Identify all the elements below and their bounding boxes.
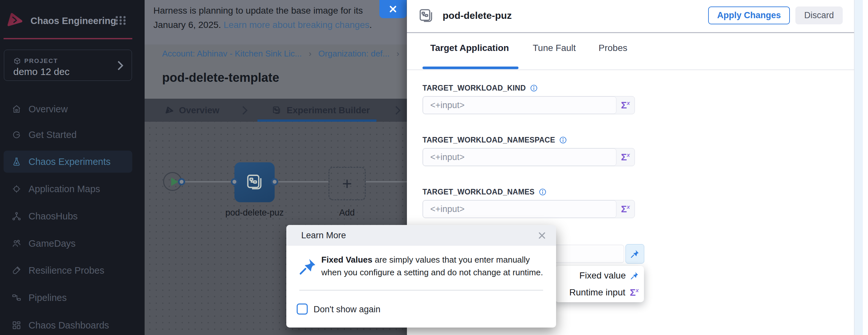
field-label-target-workload-namespace: TARGET_WORKLOAD_NAMESPACE [423, 136, 555, 144]
apply-changes-button[interactable]: Apply Changes [708, 6, 790, 24]
pin-icon [630, 249, 640, 258]
tab-experiment-builder-label: Experiment Builder [287, 105, 370, 116]
popup-header: Learn More [286, 225, 556, 246]
sidebar-item-chaoshubs[interactable]: ChaosHubs [4, 205, 132, 227]
fault-node-label: pod-delete-puz [225, 208, 284, 218]
page-title: pod-delete-template [162, 71, 279, 85]
header-divider [407, 32, 855, 33]
menu-item-runtime-input[interactable]: Runtime input Σx [555, 284, 644, 301]
flask-icon [12, 157, 22, 167]
input-field: <+input> [423, 200, 616, 218]
experiment-icon [417, 7, 435, 25]
panel-scrollbar[interactable] [855, 0, 863, 335]
sidebar-item-gamedays[interactable]: GameDays [4, 232, 132, 254]
pin-icon [299, 257, 317, 276]
breadcrumb-separator: › [309, 49, 312, 58]
tab-probes[interactable]: Probes [598, 43, 627, 53]
fixed-value-toggle-button[interactable] [625, 244, 644, 263]
tab-overview[interactable]: Overview [165, 99, 219, 122]
add-node-button[interactable]: + [329, 167, 366, 200]
close-icon [389, 5, 397, 13]
input-target-workload-kind[interactable]: <+input> Σx [423, 96, 635, 114]
sidebar: Chaos Engineering PROJECT demo 12 dec Ov… [0, 0, 145, 335]
harness-logo-icon [165, 106, 174, 115]
chaos-engineering-app: Chaos Engineering PROJECT demo 12 dec Ov… [0, 0, 868, 335]
runtime-sigma-icon: Σx [621, 151, 630, 163]
sidebar-item-label: Resilience Probes [29, 265, 104, 276]
chevron-right-icon [117, 60, 124, 71]
announcement-banner: Harness is planning to update the base i… [145, 0, 407, 45]
start-node-out-port[interactable] [178, 178, 185, 185]
fault-node-pod-delete-puz[interactable] [235, 162, 275, 202]
field-label-row: TARGET_WORKLOAD_KIND [423, 84, 538, 92]
input-field: <+input> [423, 96, 616, 114]
field-label-row: TARGET_WORKLOAD_NAMES [423, 188, 547, 196]
chevron-right-icon [242, 106, 248, 115]
banner-text-line2: January 6, 2025. Learn more about breaki… [153, 20, 372, 30]
sidebar-item-pipelines[interactable]: Pipelines [4, 287, 132, 309]
breadcrumb-account[interactable]: Account: Abhinav - Kitchen Sink Lic... [162, 49, 302, 58]
module-accent-rule [4, 38, 132, 39]
fault-node-out-port[interactable] [271, 178, 278, 185]
sidebar-item-label: Chaos Dashboards [29, 320, 109, 331]
popup-body-text: Fixed Values are simply values that you … [321, 253, 546, 279]
test-tube-icon [12, 266, 22, 275]
field-label-target-workload-names: TARGET_WORKLOAD_NAMES [423, 188, 535, 196]
sidebar-item-chaos-experiments[interactable]: Chaos Experiments [4, 150, 132, 173]
people-icon [12, 239, 22, 248]
runtime-input-toggle[interactable]: Σx [616, 148, 634, 166]
home-icon [12, 104, 22, 114]
project-selector[interactable]: PROJECT demo 12 dec [4, 50, 132, 81]
banner-text-line1: Harness is planning to update the base i… [153, 5, 393, 16]
banner-close-button[interactable] [379, 0, 407, 18]
get-started-icon [12, 130, 22, 140]
runtime-input-toggle[interactable]: Σx [616, 200, 634, 218]
input-target-workload-namespace[interactable]: <+input> Σx [423, 148, 635, 166]
fault-node-in-port[interactable] [231, 178, 238, 185]
pipeline-icon [12, 293, 22, 303]
module-grid-icon[interactable] [115, 16, 126, 25]
input-value: <+input> [430, 204, 465, 214]
tab-target-application[interactable]: Target Application [430, 43, 509, 53]
play-icon [171, 177, 178, 186]
popup-title: Learn More [301, 230, 346, 241]
project-label: PROJECT [24, 57, 58, 64]
tab-tune-fault[interactable]: Tune Fault [533, 43, 576, 53]
app-title: Chaos Engineering [30, 16, 116, 26]
active-tab-underline [423, 66, 519, 69]
dont-show-again-checkbox[interactable] [297, 304, 308, 314]
chevron-right-icon [395, 106, 401, 115]
info-icon[interactable] [530, 84, 538, 92]
runtime-sigma-icon: Σx [621, 203, 630, 215]
close-icon[interactable] [537, 231, 546, 240]
popup-divider [299, 290, 543, 290]
input-field: <+input> [423, 148, 616, 166]
sidebar-item-resilience-probes[interactable]: Resilience Probes [4, 259, 132, 281]
sidebar-item-overview[interactable]: Overview [4, 98, 132, 120]
edge-fault-to-add [278, 181, 329, 183]
tab-experiment-builder[interactable]: Experiment Builder [272, 99, 370, 122]
sidebar-item-label: GameDays [29, 238, 75, 249]
sidebar-item-label: Get Started [29, 130, 76, 140]
tabs-border [407, 69, 855, 70]
input-target-workload-names[interactable]: <+input> Σx [423, 200, 635, 218]
sidebar-item-application-maps[interactable]: Application Maps [4, 178, 132, 200]
learn-more-popup: Learn More Fixed Values are simply value… [286, 225, 556, 328]
runtime-input-toggle[interactable]: Σx [616, 96, 634, 114]
sidebar-item-get-started[interactable]: Get Started [4, 124, 132, 146]
menu-item-fixed-value[interactable]: Fixed value [555, 267, 644, 284]
breadcrumb-organization[interactable]: Organization: def... [318, 49, 390, 58]
banner-link[interactable]: Learn more about breaking changes [223, 20, 369, 30]
menu-item-label: Runtime input [569, 287, 625, 298]
info-icon[interactable] [559, 136, 567, 144]
info-icon[interactable] [538, 188, 547, 196]
runtime-sigma-icon: Σx [630, 287, 639, 298]
sidebar-item-chaos-dashboards[interactable]: Chaos Dashboards [4, 314, 132, 335]
panel-title: pod-delete-puz [443, 10, 512, 21]
plus-icon: + [342, 175, 352, 192]
crosshair-icon [12, 184, 22, 194]
breadcrumb: Account: Abhinav - Kitchen Sink Lic... ›… [162, 49, 405, 59]
edge-add-continue [366, 181, 407, 183]
pin-icon [630, 271, 639, 280]
discard-button[interactable]: Discard [795, 6, 843, 24]
